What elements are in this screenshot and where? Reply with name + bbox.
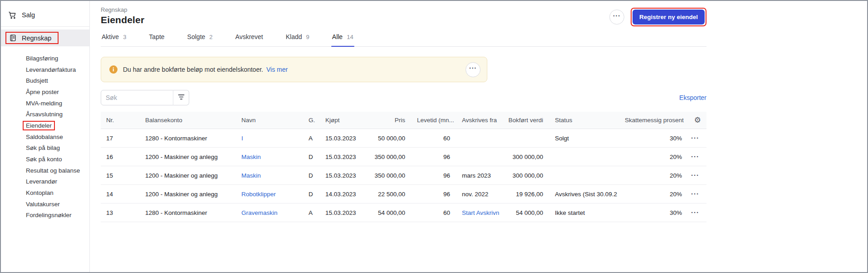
tab-tapte[interactable]: Tapte — [148, 33, 165, 46]
sidebar-item-sok-pa-bilag[interactable]: Søk på bilag — [1, 143, 89, 154]
export-link[interactable]: Eksporter — [679, 94, 706, 101]
tab-count: 14 — [347, 34, 353, 40]
tab-label: Aktive — [102, 33, 119, 40]
tab-count: 2 — [209, 34, 212, 40]
tab-label: Avskrevet — [235, 33, 263, 40]
sidebar-item-apne-poster[interactable]: Åpne poster — [1, 86, 89, 98]
table-row[interactable]: 13 1280 - Kontormaskiner Gravemaskin A 1… — [101, 204, 706, 222]
register-asset-button[interactable]: Registrer ny eiendel — [633, 10, 705, 25]
cell-avskrives-fra: nov. 2022 — [462, 191, 507, 198]
filter-button[interactable] — [173, 90, 189, 105]
sidebar-item-bilagsforing[interactable]: Bilagsføring — [1, 53, 89, 64]
cell-navn-link[interactable]: Robotklipper — [241, 191, 309, 198]
tab-aktive[interactable]: Aktive3 — [101, 33, 127, 46]
cell-avskrives-fra: mars 2023 — [462, 172, 507, 179]
sidebar-item-salg[interactable]: Salg — [1, 7, 89, 23]
sidebar-item-leverandor[interactable]: Leverandør — [1, 176, 89, 188]
cell-bokfort-verdi: 300 000,00 — [507, 154, 555, 160]
sidebar-item-eiendeler[interactable]: Eiendeler — [1, 120, 89, 131]
cell-pris: 22 500,00 — [366, 191, 417, 198]
sidebar-divider — [1, 26, 89, 27]
column-header-status: Status — [555, 117, 625, 124]
cell-bokfort-verdi: 54 000,00 — [507, 209, 555, 216]
assets-table: Nr. Balansekonto Navn G. Kjøpt Pris Leve… — [101, 112, 706, 222]
tab-alle[interactable]: Alle14 — [331, 33, 354, 46]
column-settings-gear-icon[interactable]: ⚙ — [694, 115, 701, 125]
cell-balansekonto: 1200 - Maskiner og anlegg — [145, 191, 241, 198]
cell-navn-link[interactable]: Gravemaskin — [241, 209, 309, 216]
row-actions-button[interactable]: ··· — [691, 154, 701, 159]
cell-balansekonto: 1280 - Kontormaskiner — [145, 209, 241, 216]
tab-label: Solgte — [187, 33, 206, 40]
cell-gruppe: D — [309, 172, 325, 179]
cell-balansekonto: 1200 - Maskiner og anlegg — [145, 172, 241, 179]
table-row[interactable]: 16 1200 - Maskiner og anlegg Maskin D 15… — [101, 148, 706, 166]
table-row[interactable]: 15 1200 - Maskiner og anlegg Maskin D 15… — [101, 166, 706, 185]
annotation-eiendeler: Eiendeler — [23, 121, 55, 130]
cell-skattemessig-prosent: 20% — [625, 154, 686, 160]
cell-gruppe: D — [309, 154, 325, 160]
row-actions-button[interactable]: ··· — [691, 136, 701, 140]
cell-levetid: 96 — [417, 191, 462, 198]
banner-more-button[interactable]: ··· — [466, 62, 481, 77]
cell-pris: 50 000,00 — [366, 135, 417, 142]
sidebar-item-kontoplan[interactable]: Kontoplan — [1, 187, 89, 199]
cell-navn-link[interactable]: I — [241, 135, 309, 142]
sidebar-item-label: Salg — [22, 11, 35, 19]
annotation-regnskap: Regnskap — [5, 32, 59, 44]
sidebar-item-arsavslutning[interactable]: Årsavslutning — [1, 109, 89, 120]
sidebar-item-budsjett[interactable]: Budsjett — [1, 75, 89, 86]
cell-nr: 14 — [106, 191, 145, 198]
cell-pris: 350 000,00 — [366, 172, 417, 179]
column-header-pris: Pris — [366, 117, 417, 124]
sidebar-item-fordelingsnokler[interactable]: Fordelingsnøkler — [1, 210, 89, 221]
table-row[interactable]: 14 1200 - Maskiner og anlegg Robotklippe… — [101, 185, 706, 204]
cell-navn-link[interactable]: Maskin — [241, 154, 309, 160]
cell-bokfort-verdi: 300 000,00 — [507, 172, 555, 179]
info-banner: i Du har andre bokførte beløp mot eiende… — [101, 57, 487, 82]
cell-navn-link[interactable]: Maskin — [241, 172, 309, 179]
cell-kjopt: 15.03.2023 — [325, 154, 366, 160]
sidebar-item-resultat-og-balanse[interactable]: Resultat og balanse — [1, 165, 89, 176]
sidebar-item-regnskap[interactable]: Regnskap — [1, 30, 89, 46]
column-header-nr: Nr. — [106, 117, 145, 124]
row-actions-button[interactable]: ··· — [691, 210, 701, 215]
search-input[interactable] — [101, 90, 173, 105]
table-row[interactable]: 17 1280 - Kontormaskiner I A 15.03.2023 … — [101, 129, 706, 148]
cell-start-avskrivning-link[interactable]: Start Avskrivn — [462, 209, 507, 216]
cell-balansekonto: 1280 - Kontormaskiner — [145, 135, 241, 142]
info-icon: i — [109, 65, 118, 74]
sidebar-item-saldobalanse[interactable]: Saldobalanse — [1, 131, 89, 143]
sidebar-item-label: Regnskap — [22, 35, 51, 42]
sidebar-item-leverandorfaktura[interactable]: Leverandørfaktura — [1, 64, 89, 75]
sidebar-item-sok-pa-konto[interactable]: Søk på konto — [1, 154, 89, 165]
row-actions-button[interactable]: ··· — [691, 192, 701, 196]
breadcrumb[interactable]: Regnskap — [101, 6, 144, 13]
tab-kladd[interactable]: Kladd9 — [285, 33, 310, 46]
page-header: Regnskap Eiendeler ··· Registrer ny eien… — [101, 6, 706, 26]
page-more-actions-button[interactable]: ··· — [609, 10, 624, 25]
tab-bar: Aktive3 Tapte Solgte2 Avskrevet Kladd9 A… — [101, 33, 706, 47]
sidebar-item-mva-melding[interactable]: MVA-melding — [1, 98, 89, 109]
column-header-levetid: Levetid (mn... — [417, 117, 462, 124]
cell-levetid: 96 — [417, 154, 462, 160]
column-header-bokfort-verdi: Bokført verdi — [507, 117, 555, 124]
ledger-icon — [9, 34, 17, 42]
cell-status: Avskrives (Sist 30.09.2 — [555, 191, 625, 198]
tab-count: 3 — [123, 34, 126, 40]
sidebar-subnav: Bilagsføring Leverandørfaktura Budsjett … — [1, 53, 89, 221]
main-content: Regnskap Eiendeler ··· Registrer ny eien… — [90, 1, 867, 272]
row-actions-button[interactable]: ··· — [691, 173, 701, 178]
tab-avskrevet[interactable]: Avskrevet — [235, 33, 264, 46]
cell-skattemessig-prosent: 20% — [625, 191, 686, 198]
tab-solgte[interactable]: Solgte2 — [186, 33, 214, 46]
column-header-balansekonto: Balansekonto — [145, 117, 241, 124]
tab-label: Alle — [332, 33, 343, 40]
sidebar-item-valutakurser[interactable]: Valutakurser — [1, 199, 89, 210]
cell-pris: 54 000,00 — [366, 209, 417, 216]
tab-label: Kladd — [286, 33, 302, 40]
vis-mer-link[interactable]: Vis mer — [266, 66, 288, 73]
cell-kjopt: 14.03.2023 — [325, 191, 366, 198]
tab-label: Tapte — [149, 33, 164, 40]
cell-skattemessig-prosent: 30% — [625, 209, 686, 216]
